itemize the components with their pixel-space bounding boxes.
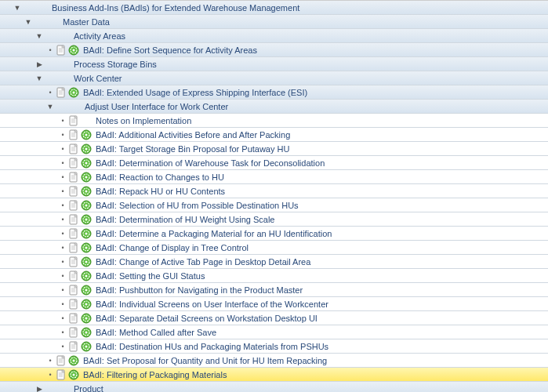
node-badi[interactable]: •BAdI: Change of Display in Tree Control xyxy=(0,241,548,255)
node-activity-areas[interactable]: ▼ Activity Areas xyxy=(0,29,548,43)
document-icon[interactable] xyxy=(67,114,79,126)
node-label: BAdI: Determine a Packaging Material for… xyxy=(93,229,332,238)
node-label: BAdI: Setting the GUI Status xyxy=(93,271,205,281)
node-badi[interactable]: •BAdI: Additional Activities Before and … xyxy=(0,128,548,142)
execute-icon[interactable] xyxy=(80,241,92,253)
expand-icon[interactable]: ▶ xyxy=(34,60,44,68)
execute-icon[interactable] xyxy=(80,340,92,352)
document-icon[interactable] xyxy=(67,129,79,140)
document-icon[interactable] xyxy=(55,368,67,380)
collapse-icon[interactable]: ▼ xyxy=(34,32,44,40)
execute-icon[interactable] xyxy=(80,199,92,211)
node-label: BAdI: Extended Usage of Express Shipping… xyxy=(80,88,307,97)
execute-icon[interactable] xyxy=(67,44,79,56)
node-label: Work Center xyxy=(71,74,122,83)
leaf-icon: • xyxy=(58,145,67,153)
document-icon[interactable] xyxy=(67,326,79,338)
document-icon[interactable] xyxy=(67,213,79,225)
collapse-icon[interactable]: ▼ xyxy=(24,18,33,26)
leaf-icon: • xyxy=(58,258,67,266)
leaf-icon: • xyxy=(58,117,67,125)
leaf-icon: • xyxy=(58,314,67,322)
document-icon[interactable] xyxy=(67,312,79,324)
node-label: BAdI: Target Storage Bin Proposal for Pu… xyxy=(93,144,289,154)
execute-icon[interactable] xyxy=(80,227,92,239)
node-label: BAdI: Filtering of Packaging Materials xyxy=(80,370,227,379)
img-tree: ▼ Business Add-Ins (BAdIs) for Extended … xyxy=(0,0,548,392)
execute-icon[interactable] xyxy=(80,213,92,225)
node-badi[interactable]: •BAdI: Method Called after Save xyxy=(0,325,548,339)
node-badi[interactable]: •BAdI: Change of Active Tab Page in Desk… xyxy=(0,255,548,269)
execute-icon[interactable] xyxy=(80,143,92,154)
execute-icon[interactable] xyxy=(80,171,92,183)
leaf-icon: • xyxy=(58,216,67,223)
node-esi[interactable]: • BAdI: Extended Usage of Express Shippi… xyxy=(0,85,548,100)
collapse-icon[interactable]: ▼ xyxy=(34,74,44,82)
node-badi[interactable]: •BAdI: Setting the GUI Status xyxy=(0,269,548,283)
document-icon[interactable] xyxy=(55,354,67,366)
leaf-icon: • xyxy=(58,230,67,238)
node-define-sort[interactable]: • BAdI: Define Sort Sequence for Activit… xyxy=(0,43,548,57)
expand-icon[interactable]: ▶ xyxy=(34,385,44,393)
execute-icon[interactable] xyxy=(80,298,92,310)
document-icon[interactable] xyxy=(67,340,79,352)
node-adjust-ui[interactable]: ▼ Adjust User Interface for Work Center xyxy=(0,100,548,114)
node-badi[interactable]: •BAdI: Pushbutton for Navigating in the … xyxy=(0,283,548,297)
node-badi[interactable]: •BAdI: Target Storage Bin Proposal for P… xyxy=(0,142,548,156)
node-label: Product xyxy=(71,384,103,393)
node-process-bins[interactable]: ▶ Process Storage Bins xyxy=(0,57,548,71)
document-icon[interactable] xyxy=(67,227,79,239)
node-work-center[interactable]: ▼ Work Center xyxy=(0,71,548,85)
node-badi[interactable]: •BAdI: Repack HU or HU Contents xyxy=(0,184,548,198)
document-icon[interactable] xyxy=(67,284,79,296)
execute-icon[interactable] xyxy=(67,368,79,380)
node-root[interactable]: ▼ Business Add-Ins (BAdIs) for Extended … xyxy=(0,1,548,15)
node-product[interactable]: ▶ Product xyxy=(0,382,548,392)
node-badi[interactable]: •BAdI: Separate Detail Screens on Workst… xyxy=(0,311,548,325)
node-badi[interactable]: •BAdI: Selection of HU from Possible Des… xyxy=(0,198,548,212)
execute-icon[interactable] xyxy=(80,129,92,140)
node-set-proposal[interactable]: • BAdI: Set Proposal for Quantity and Un… xyxy=(0,354,548,368)
node-label: BAdI: Reaction to Changes to HU xyxy=(93,172,224,182)
execute-icon[interactable] xyxy=(80,284,92,296)
execute-icon[interactable] xyxy=(80,157,92,169)
leaf-icon: • xyxy=(58,159,67,167)
execute-icon[interactable] xyxy=(80,185,92,197)
document-icon[interactable] xyxy=(67,270,79,281)
collapse-icon[interactable]: ▼ xyxy=(13,4,22,12)
document-icon[interactable] xyxy=(67,298,79,310)
document-icon[interactable] xyxy=(67,171,79,183)
document-icon[interactable] xyxy=(55,86,67,98)
document-icon[interactable] xyxy=(67,185,79,197)
document-icon[interactable] xyxy=(67,143,79,154)
node-label: Business Add-Ins (BAdIs) for Extended Wa… xyxy=(49,3,299,13)
node-master-data[interactable]: ▼ Master Data xyxy=(0,15,548,29)
leaf-icon: • xyxy=(58,286,67,294)
execute-icon[interactable] xyxy=(67,86,79,98)
execute-icon[interactable] xyxy=(67,354,79,366)
node-badi[interactable]: •BAdI: Determination of HU Weight Using … xyxy=(0,212,548,227)
execute-icon[interactable] xyxy=(80,256,92,267)
document-icon[interactable] xyxy=(67,256,79,267)
node-notes[interactable]: • Notes on Implementation xyxy=(0,114,548,128)
execute-icon[interactable] xyxy=(80,312,92,324)
execute-icon[interactable] xyxy=(80,326,92,338)
node-badi[interactable]: •BAdI: Reaction to Changes to HU xyxy=(0,170,548,184)
node-badi[interactable]: •BAdI: Determine a Packaging Material fo… xyxy=(0,227,548,241)
node-badi[interactable]: •BAdI: Individual Screens on User Interf… xyxy=(0,297,548,311)
node-label: BAdI: Destination HUs and Packaging Mate… xyxy=(93,342,328,351)
node-label: Master Data xyxy=(60,17,110,27)
collapse-icon[interactable]: ▼ xyxy=(45,103,55,111)
document-icon[interactable] xyxy=(67,157,79,169)
node-badi[interactable]: •BAdI: Determination of Warehouse Task f… xyxy=(0,156,548,170)
node-label: BAdI: Separate Detail Screens on Worksta… xyxy=(93,314,318,323)
leaf-icon: • xyxy=(58,244,67,252)
node-filtering-selected[interactable]: • BAdI: Filtering of Packaging Materials xyxy=(0,368,548,382)
node-label: BAdI: Pushbutton for Navigating in the P… xyxy=(93,285,303,295)
leaf-icon: • xyxy=(45,89,55,96)
document-icon[interactable] xyxy=(67,241,79,253)
node-badi[interactable]: •BAdI: Destination HUs and Packaging Mat… xyxy=(0,339,548,354)
document-icon[interactable] xyxy=(67,199,79,211)
document-icon[interactable] xyxy=(55,44,67,56)
execute-icon[interactable] xyxy=(80,270,92,281)
